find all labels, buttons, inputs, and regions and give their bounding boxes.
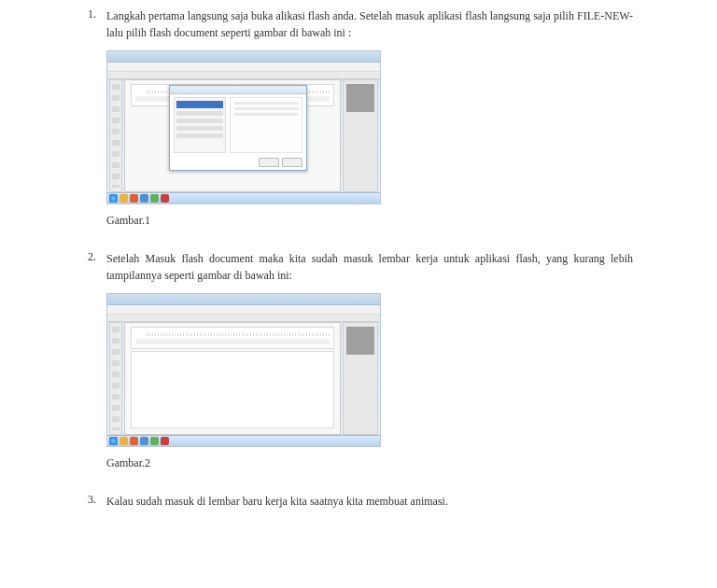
task-icon: [161, 437, 169, 445]
start-icon: [109, 194, 118, 203]
timeline-panel: [131, 327, 334, 349]
screenshot-gambar-2: [106, 293, 381, 447]
tools-palette: [109, 79, 122, 192]
properties-panel: [343, 79, 378, 192]
screenshot-gambar-1: [106, 50, 381, 204]
task-icon: [130, 437, 138, 445]
ok-button: [259, 158, 279, 167]
item-number: 2.: [84, 250, 106, 487]
item-text: Kalau sudah masuk di lembar baru kerja k…: [106, 493, 633, 510]
toolbar: [107, 72, 380, 79]
window-titlebar: [107, 51, 380, 63]
task-icon: [161, 194, 169, 203]
window-titlebar: [107, 294, 380, 305]
task-icon: [140, 437, 148, 445]
dialog-description: [230, 97, 302, 153]
taskbar: [107, 435, 380, 446]
start-icon: [109, 437, 118, 445]
dialog-buttons: [259, 158, 302, 167]
item-text: Langkah pertama langsung saja buka alika…: [106, 7, 633, 41]
stage-canvas: [131, 351, 334, 428]
menubar: [107, 305, 380, 315]
task-icon: [150, 194, 159, 203]
figure-caption: Gambar.2: [106, 456, 633, 470]
item-body: Langkah pertama langsung saja buka alika…: [106, 7, 633, 245]
dialog-type-list: [174, 97, 226, 153]
task-icon: [130, 194, 138, 203]
item-number: 1.: [84, 7, 106, 245]
toolbar: [107, 315, 380, 322]
task-icon: [120, 194, 128, 203]
taskbar-icons: [109, 437, 169, 445]
dialog-titlebar: [170, 86, 306, 94]
item-body: Kalau sudah masuk di lembar baru kerja k…: [106, 493, 633, 519]
task-icon: [120, 437, 128, 445]
workspace: [124, 322, 341, 435]
taskbar-icons: [109, 194, 169, 203]
menubar: [107, 63, 380, 72]
tools-palette: [109, 322, 122, 435]
list-item: 1. Langkah pertama langsung saja buka al…: [84, 7, 633, 245]
dialog-selected-item: [176, 101, 223, 108]
task-icon: [140, 194, 148, 203]
list-item: 2. Setelah Masuk flash document maka kit…: [84, 250, 633, 487]
task-icon: [150, 437, 159, 445]
new-document-dialog: [169, 85, 307, 171]
properties-panel: [343, 322, 378, 435]
item-body: Setelah Masuk flash document maka kita s…: [106, 250, 633, 487]
list-item: 3. Kalau sudah masuk di lembar baru kerj…: [84, 493, 633, 519]
item-text: Setelah Masuk flash document maka kita s…: [106, 250, 633, 284]
taskbar: [107, 192, 380, 203]
figure-caption: Gambar.1: [106, 214, 633, 228]
cancel-button: [282, 158, 302, 167]
item-number: 3.: [84, 493, 106, 519]
